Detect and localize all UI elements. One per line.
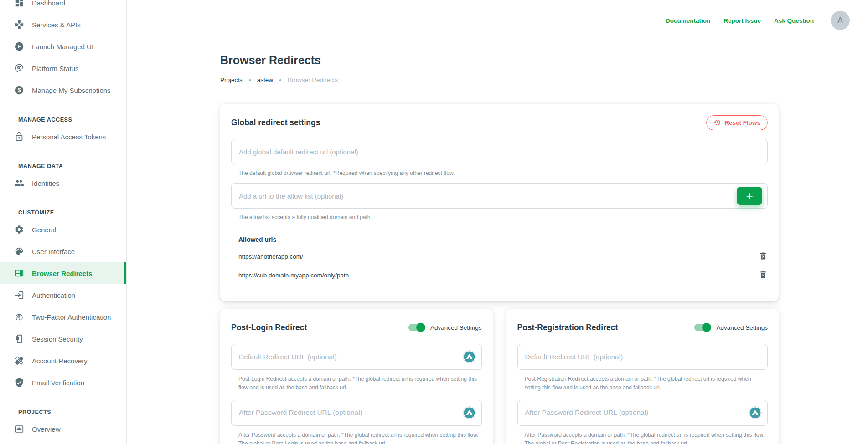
sidebar-item-personal-access-tokens[interactable]: Personal Access Tokens (0, 126, 126, 148)
subscriptions-icon: $ (14, 85, 24, 95)
sidebar-item-label: Dashboard (32, 0, 65, 7)
sidebar-item-user-interface[interactable]: User Interface (0, 240, 126, 262)
healing-icon (14, 356, 24, 366)
sidebar-item-label: Email Verification (32, 379, 84, 387)
main-content: Browser Redirects Projects asfew Browser… (220, 0, 779, 444)
breadcrumb-project-name[interactable]: asfew (257, 77, 273, 83)
sidebar-item-label: Overview (32, 425, 61, 433)
avatar[interactable]: A (831, 11, 850, 30)
sidebar: Dashboard Services & APIs Launch Managed… (0, 0, 127, 444)
delete-url-button[interactable] (759, 251, 768, 261)
phone-lock-icon (14, 334, 24, 344)
sidebar-section-manage-access: MANAGE ACCESS (0, 107, 126, 126)
svg-text:$: $ (18, 87, 21, 93)
avatar-letter: A (837, 16, 843, 26)
sidebar-item-account-recovery[interactable]: Account Recovery (0, 350, 126, 372)
allow-list-help: The allow list accepts a fully qualified… (238, 214, 768, 220)
breadcrumb-current: Browser Redirects (288, 77, 338, 83)
sidebar-item-services-apis[interactable]: Services & APIs (0, 14, 126, 36)
post-login-advanced-settings: Advanced Settings (408, 324, 482, 331)
toggle-knob (416, 323, 425, 332)
sidebar-item-label: Personal Access Tokens (32, 133, 106, 141)
sidebar-section-label: MANAGE DATA (18, 163, 63, 169)
sidebar-item-label: Account Recovery (32, 357, 88, 365)
login-icon (14, 290, 24, 300)
sidebar-item-overview[interactable]: Overview (0, 418, 126, 440)
add-url-button[interactable]: + (737, 187, 762, 205)
delete-url-button[interactable] (759, 270, 768, 280)
global-card-title: Global redirect settings (231, 118, 320, 128)
sidebar-item-authentication[interactable]: Authentication (0, 284, 126, 306)
report-issue-link[interactable]: Report Issue (723, 17, 761, 24)
advanced-settings-toggle[interactable] (694, 324, 710, 331)
global-default-url-field (231, 139, 768, 164)
post-login-after-password-field (231, 400, 482, 426)
reset-flows-button[interactable]: Reset Flows (706, 115, 768, 130)
page-title: Browser Redirects (220, 54, 321, 67)
trash-icon (759, 270, 768, 279)
breadcrumb-separator-icon (249, 79, 251, 81)
flow-cards-row: Post-Login Redirect Advanced Settings Po… (220, 309, 779, 444)
sidebar-item-identities[interactable]: Identities (0, 172, 126, 194)
allow-list-url-input[interactable] (231, 183, 768, 209)
sidebar-item-manage-subscriptions[interactable]: $ Manage My Subscriptions (0, 79, 126, 101)
plus-icon: + (746, 189, 753, 203)
global-card-header: Global redirect settings Reset Flows (231, 115, 768, 130)
sidebar-item-session-security[interactable]: Session Security (0, 328, 126, 350)
sidebar-item-label: Authentication (32, 291, 75, 299)
sidebar-item-general[interactable]: General (0, 219, 126, 240)
post-registration-default-url-input[interactable] (517, 344, 768, 370)
play-circle-icon (14, 41, 24, 51)
sidebar-item-label: Launch Managed UI (32, 43, 93, 51)
post-registration-default-url-help: Post-Registration Redirect accepts a dom… (525, 375, 768, 392)
allowed-urls-title: Allowed urls (238, 236, 768, 243)
sidebar-item-label: Two-Factor Authentication (32, 313, 111, 321)
services-icon (14, 20, 24, 30)
allowed-url-row: https://sub.domain.myapp.com/only/path (238, 270, 768, 281)
sidebar-item-email-verification[interactable]: Email Verification (0, 372, 126, 393)
sidebar-item-two-factor-authentication[interactable]: Two-Factor Authentication (0, 306, 126, 328)
ask-question-link[interactable]: Ask Question (774, 17, 814, 24)
sidebar-item-label: Platform Status (32, 65, 79, 72)
lock-icon (14, 132, 24, 142)
post-login-default-url-help: Post-Login Redirect accepts a domain or … (238, 375, 482, 392)
dashboard-icon (14, 0, 24, 8)
sidebar-item-label: Manage My Subscriptions (32, 87, 111, 94)
browser-icon (14, 268, 24, 278)
post-login-default-url-input[interactable] (231, 344, 482, 370)
post-registration-default-url-field (517, 344, 768, 370)
post-login-card-header: Post-Login Redirect Advanced Settings (231, 320, 482, 335)
sidebar-item-label: Identities (32, 179, 59, 187)
sidebar-item-label: Browser Redirects (32, 270, 93, 277)
post-login-card-title: Post-Login Redirect (231, 323, 307, 332)
breadcrumb: Projects asfew Browser Redirects (220, 77, 338, 83)
cloud-window-icon (14, 424, 24, 434)
sidebar-section-label: PROJECTS (18, 409, 51, 415)
advanced-settings-toggle[interactable] (408, 324, 424, 331)
sidebar-item-launch-managed-ui[interactable]: Launch Managed UI (0, 36, 126, 57)
sidebar-section-label: CUSTOMIZE (18, 209, 54, 216)
breadcrumb-separator-icon (279, 79, 281, 81)
sidebar-item-label: Services & APIs (32, 21, 81, 29)
sidebar-item-dashboard[interactable]: Dashboard (0, 0, 126, 14)
global-default-url-input[interactable] (231, 139, 768, 164)
post-registration-card-header: Post-Registration Redirect Advanced Sett… (517, 320, 768, 335)
status-icon (14, 63, 24, 73)
allow-list-url-field: + (231, 183, 768, 209)
sidebar-nav: Dashboard Services & APIs Launch Managed… (0, 0, 126, 440)
breadcrumb-projects[interactable]: Projects (220, 77, 243, 83)
sidebar-item-label: User Interface (32, 248, 75, 255)
allowed-urls-section: Allowed urls https://anotherapp.com/ htt… (238, 236, 768, 281)
advanced-settings-label: Advanced Settings (716, 324, 768, 331)
app-window: Dashboard Services & APIs Launch Managed… (0, 0, 868, 444)
sidebar-item-browser-redirects[interactable]: Browser Redirects (0, 262, 126, 284)
reset-flows-label: Reset Flows (724, 119, 760, 126)
post-login-after-password-help: After Password accepts a domain or path.… (238, 431, 482, 444)
post-registration-after-password-input[interactable] (517, 400, 768, 426)
sidebar-item-platform-status[interactable]: Platform Status (0, 57, 126, 79)
sidebar-section-label: MANAGE ACCESS (18, 117, 72, 123)
post-login-after-password-input[interactable] (231, 400, 482, 426)
sidebar-section-projects: PROJECTS (0, 400, 126, 418)
documentation-link[interactable]: Documentation (666, 17, 710, 24)
sidebar-section-manage-data: MANAGE DATA (0, 154, 126, 172)
